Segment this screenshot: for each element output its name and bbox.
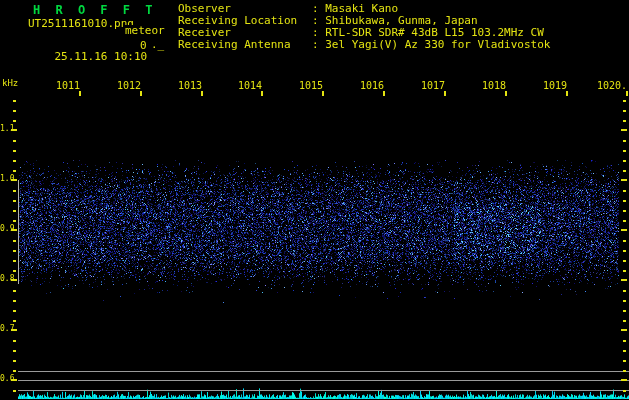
- info-row-antenna: Receiving Antenna: 3el Yagi(V) Az 330 fo…: [178, 39, 550, 51]
- time-label: 1020.: [597, 81, 627, 91]
- freq-minor-tick-right: [623, 100, 626, 102]
- echo-count-marks: ._: [151, 39, 164, 50]
- freq-minor-tick-left: [13, 340, 16, 342]
- time-label: 1014: [238, 81, 262, 91]
- time-tick: [322, 91, 324, 96]
- baseline-mid: [18, 380, 629, 381]
- band-left-edge-line: [18, 180, 19, 284]
- freq-major-tick-right: [621, 379, 627, 381]
- freq-minor-tick-right: [623, 340, 626, 342]
- app-title: H R O F F T: [33, 4, 156, 16]
- time-label: 1015: [299, 81, 323, 91]
- freq-minor-tick-left: [13, 240, 16, 242]
- freq-minor-tick-left: [13, 160, 16, 162]
- freq-unit-label: kHz: [2, 79, 18, 88]
- time-tick: [140, 91, 142, 96]
- freq-minor-tick-right: [623, 250, 626, 252]
- time-tick: [201, 91, 203, 96]
- freq-major-tick-right: [621, 129, 627, 131]
- freq-minor-tick-right: [623, 120, 626, 122]
- echo-count: 0: [140, 40, 147, 51]
- freq-minor-tick-right: [623, 260, 626, 262]
- freq-major-tick-left: [11, 329, 17, 331]
- freq-minor-tick-right: [623, 110, 626, 112]
- freq-minor-tick-left: [13, 290, 16, 292]
- freq-minor-tick-right: [623, 320, 626, 322]
- freq-minor-tick-right: [623, 160, 626, 162]
- time-tick: [79, 91, 81, 96]
- time-label: 1017: [421, 81, 445, 91]
- freq-minor-tick-left: [13, 150, 16, 152]
- freq-minor-tick-left: [13, 210, 16, 212]
- freq-minor-tick-left: [13, 170, 16, 172]
- freq-minor-tick-left: [13, 110, 16, 112]
- freq-minor-tick-left: [13, 370, 16, 372]
- freq-minor-tick-left: [13, 390, 16, 392]
- info-value: 3el Yagi(V) Az 330 for Vladivostok: [325, 38, 550, 51]
- freq-minor-tick-right: [623, 220, 626, 222]
- freq-minor-tick-left: [13, 300, 16, 302]
- freq-major-tick-left: [11, 129, 17, 131]
- freq-major-tick-right: [621, 229, 627, 231]
- freq-minor-tick-right: [623, 140, 626, 142]
- freq-minor-tick-right: [623, 300, 626, 302]
- freq-minor-tick-left: [13, 220, 16, 222]
- freq-minor-tick-left: [13, 350, 16, 352]
- time-tick: [261, 91, 263, 96]
- freq-minor-tick-right: [623, 200, 626, 202]
- freq-minor-tick-right: [623, 290, 626, 292]
- freq-major-tick-left: [11, 229, 17, 231]
- time-label: 1018: [482, 81, 506, 91]
- freq-minor-tick-right: [623, 270, 626, 272]
- freq-minor-tick-left: [13, 200, 16, 202]
- hrofft-window: H R O F F T UT2511161010.png meteor 25.1…: [0, 0, 629, 400]
- freq-minor-tick-right: [623, 170, 626, 172]
- date-text: 25.11.16: [55, 50, 108, 63]
- freq-minor-tick-left: [13, 360, 16, 362]
- freq-minor-tick-right: [623, 240, 626, 242]
- info-separator: :: [312, 38, 319, 51]
- freq-minor-tick-right: [623, 210, 626, 212]
- time-label: 1012: [117, 81, 141, 91]
- freq-minor-tick-right: [623, 310, 626, 312]
- time-tick: [505, 91, 507, 96]
- time-tick: [444, 91, 446, 96]
- baseline-lower: [18, 390, 629, 391]
- time-label: 1013: [178, 81, 202, 91]
- freq-minor-tick-left: [13, 100, 16, 102]
- freq-minor-tick-left: [13, 310, 16, 312]
- time-label: 1019: [543, 81, 567, 91]
- freq-minor-tick-right: [623, 190, 626, 192]
- baseline-upper: [18, 371, 629, 372]
- time-label: 1016: [360, 81, 384, 91]
- freq-minor-tick-right: [623, 350, 626, 352]
- station-info: Observer: Masaki Kano Receiving Location…: [178, 3, 550, 51]
- time-tick: [383, 91, 385, 96]
- freq-major-tick-right: [621, 279, 627, 281]
- freq-major-tick-left: [11, 279, 17, 281]
- freq-major-tick-left: [11, 179, 17, 181]
- freq-major-tick-left: [11, 379, 17, 381]
- freq-minor-tick-right: [623, 360, 626, 362]
- freq-minor-tick-left: [13, 260, 16, 262]
- freq-minor-tick-right: [623, 150, 626, 152]
- meteor-mode-label: meteor: [124, 25, 166, 36]
- freq-minor-tick-left: [13, 270, 16, 272]
- time-label: 1011: [56, 81, 80, 91]
- info-label: Receiving Antenna: [178, 39, 312, 51]
- datetime-line: 25.11.16 10:10: [28, 40, 147, 73]
- freq-minor-tick-left: [13, 120, 16, 122]
- output-filename: UT2511161010.png: [28, 18, 134, 29]
- freq-minor-tick-left: [13, 250, 16, 252]
- freq-minor-tick-left: [13, 140, 16, 142]
- freq-minor-tick-right: [623, 370, 626, 372]
- freq-major-tick-right: [621, 329, 627, 331]
- freq-major-tick-right: [621, 179, 627, 181]
- time-tick: [626, 91, 628, 96]
- freq-minor-tick-left: [13, 320, 16, 322]
- time-tick: [566, 91, 568, 96]
- freq-minor-tick-right: [623, 390, 626, 392]
- freq-minor-tick-left: [13, 190, 16, 192]
